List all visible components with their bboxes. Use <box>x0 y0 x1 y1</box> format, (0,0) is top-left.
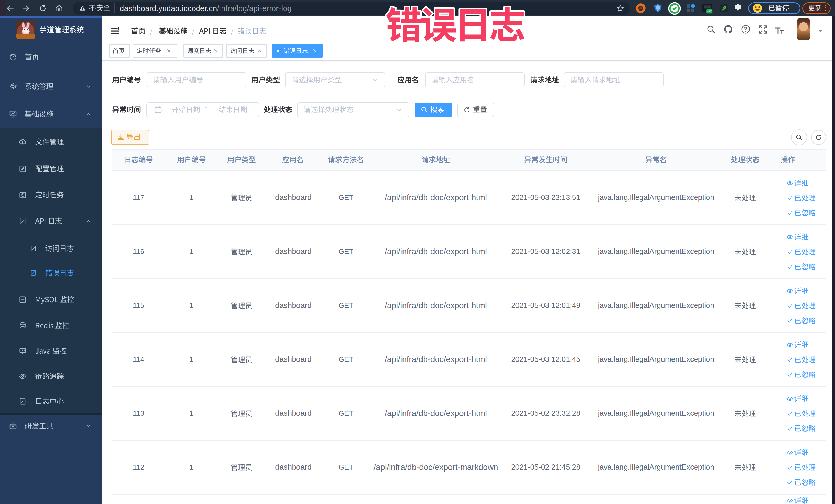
svg-text:off: off <box>708 10 711 13</box>
